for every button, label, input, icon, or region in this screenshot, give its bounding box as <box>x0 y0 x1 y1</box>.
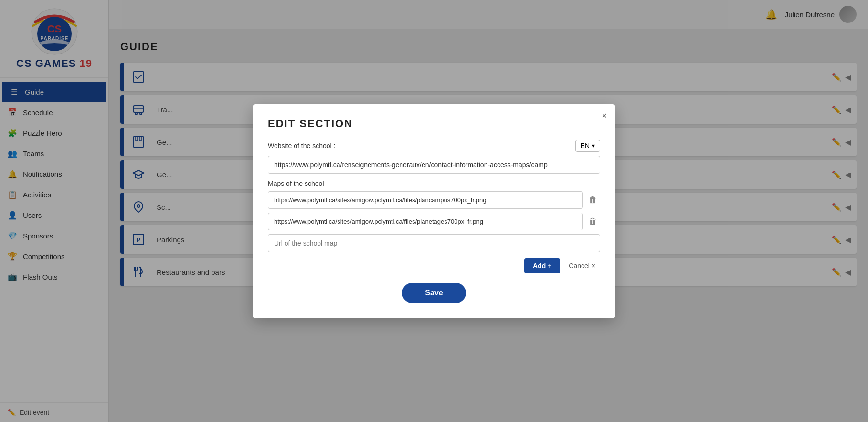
save-button[interactable]: Save <box>402 283 466 303</box>
map-url-input-2[interactable] <box>268 213 583 230</box>
edit-section-modal: × EDIT SECTION Website of the school : E… <box>253 104 615 318</box>
lang-value: EN <box>581 142 590 150</box>
save-row: Save <box>268 283 600 303</box>
new-map-url-input[interactable] <box>268 234 600 252</box>
add-map-url-button[interactable]: Add + <box>524 258 560 273</box>
delete-map-url-1-button[interactable]: 🗑 <box>586 193 600 207</box>
website-label: Website of the school : <box>268 142 335 150</box>
website-label-row: Website of the school : EN ▾ <box>268 140 600 152</box>
map-url-row-1: 🗑 <box>268 191 600 209</box>
cancel-add-button[interactable]: Cancel × <box>564 258 600 273</box>
modal-overlay: × EDIT SECTION Website of the school : E… <box>0 0 868 422</box>
map-url-row-2: 🗑 <box>268 213 600 230</box>
modal-title: EDIT SECTION <box>268 118 600 130</box>
add-cancel-row: Add + Cancel × <box>268 258 600 273</box>
maps-label: Maps of the school <box>268 180 600 187</box>
language-selector[interactable]: EN ▾ <box>575 140 600 152</box>
dropdown-arrow-icon: ▾ <box>592 142 595 150</box>
website-url-input[interactable] <box>268 156 600 174</box>
delete-map-url-2-button[interactable]: 🗑 <box>586 215 600 228</box>
modal-close-button[interactable]: × <box>602 111 607 121</box>
map-url-input-1[interactable] <box>268 191 583 209</box>
